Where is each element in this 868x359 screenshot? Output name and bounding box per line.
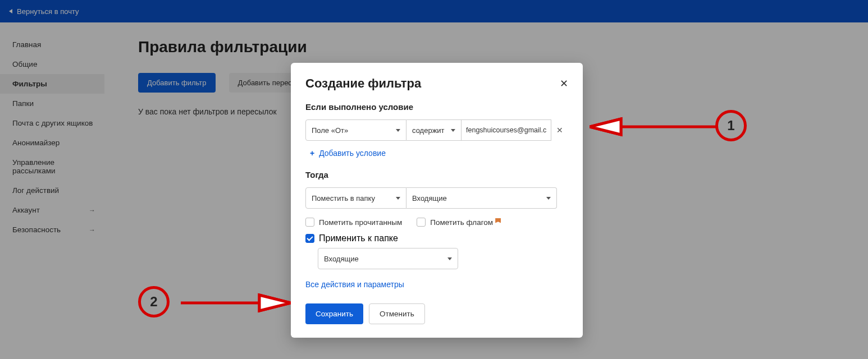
all-actions-link[interactable]: Все действия и параметры [305,280,404,289]
chevron-down-icon [451,129,455,132]
chevron-down-icon [396,129,400,132]
condition-section-label: Если выполнено условие [305,102,568,112]
action-row: Поместить в папку Входящие [305,187,568,209]
condition-value-input[interactable] [462,119,551,141]
cancel-button[interactable]: Отменить [369,303,425,324]
modal-title: Создание фильтра [305,76,421,91]
apply-folder-value: Входящие [324,255,359,263]
checkbox-checked-icon [305,234,314,243]
create-filter-modal: Создание фильтра ✕ Если выполнено услови… [291,63,583,338]
mark-flag-label: Пометить флагом [430,218,493,227]
mark-flag-checkbox[interactable]: Пометить флагом [417,218,501,227]
condition-field-select[interactable]: Поле «От» [305,119,406,141]
condition-field-value: Поле «От» [312,126,348,135]
mark-read-checkbox[interactable]: Пометить прочитанным [305,218,402,227]
checkbox-icon [305,218,314,227]
mark-read-label: Пометить прочитанным [319,218,402,227]
plus-icon: + [310,149,314,158]
action-folder-value: Входящие [412,194,447,202]
chevron-down-icon [546,197,551,200]
annotation-arrow-1 [590,114,716,139]
action-select[interactable]: Поместить в папку [305,187,406,209]
add-condition-link[interactable]: + Добавить условие [310,149,568,158]
chevron-down-icon [396,197,400,200]
remove-condition-icon[interactable]: ✕ [551,126,568,135]
action-value: Поместить в папку [312,194,375,202]
then-section-label: Тогда [305,170,568,180]
apply-to-folder-checkbox[interactable]: Применить к папке [305,233,568,243]
annotation-circle-2: 2 [138,286,170,317]
condition-operator-value: содержит [412,126,445,135]
chevron-down-icon [447,257,452,260]
annotation-arrow-2 [181,291,291,315]
close-icon[interactable]: ✕ [560,77,568,90]
apply-to-folder-label: Применить к папке [319,233,398,243]
condition-row: Поле «От» содержит ✕ [305,119,568,141]
add-condition-label: Добавить условие [319,149,386,158]
annotation-circle-1: 1 [715,110,747,141]
save-button[interactable]: Сохранить [305,303,363,324]
apply-folder-select[interactable]: Входящие [318,248,458,269]
condition-operator-select[interactable]: содержит [406,119,462,141]
flag-icon [495,218,501,226]
checkbox-icon [417,218,426,227]
action-folder-select[interactable]: Входящие [406,187,557,209]
